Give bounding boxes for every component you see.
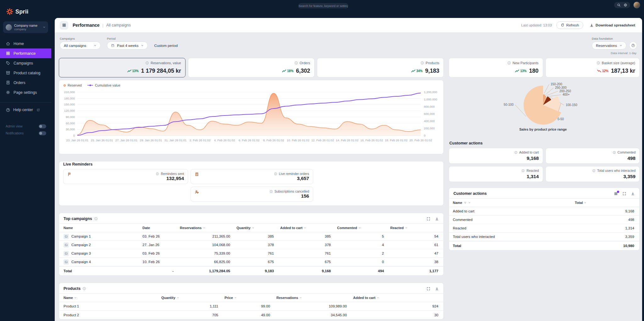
customer-actions-heading: Customer actions [449,141,640,145]
campaigns-dropdown[interactable]: All campaigns [60,42,101,49]
total-users-interacted-card[interactable]: Total users who interacted 3,359 [546,166,640,182]
company-avatar [6,24,12,31]
company-selector[interactable]: Company name company [3,21,48,33]
reservations-area-chart[interactable]: 210,000180,000150,000120,00090,00060,000… [59,88,443,153]
table-row[interactable]: Campaign 1 03. Feb 26 211,365.00 385 385… [59,232,443,241]
download-spreadsheet-button[interactable]: Download spreadsheet [588,23,637,28]
columns-icon[interactable] [614,192,618,196]
refresh-button[interactable]: Refresh [556,21,583,29]
info-icon[interactable] [145,61,149,65]
subscriptions-cancelled-card[interactable]: Subscriptions cancelled 156 [191,187,313,202]
data-foundation-info-button[interactable] [629,42,637,49]
info-icon[interactable] [156,172,159,176]
table-row[interactable]: Reacted 1,314 [449,224,639,233]
reacted-card[interactable]: Reacted 1,314 [449,166,543,182]
expand-icon[interactable] [622,192,626,196]
info-icon[interactable] [514,151,518,154]
price-range-pie-block: 150-200250-300200-250400+100-1500-5050-1… [449,80,640,136]
download-icon [590,23,594,27]
table-row[interactable]: Campaign 2 27. Jan 26 104,068.00 378 378… [59,241,443,249]
column-header-name[interactable]: Name [59,296,161,300]
column-header-name[interactable]: Name [449,201,575,205]
price-range-pie-chart[interactable]: 150-200250-300200-250400+100-1500-5050-1… [449,80,640,127]
sidebar-item-performance[interactable]: Performance [0,48,51,58]
svg-text:600,000: 600,000 [424,112,435,115]
admin-view-toggle[interactable] [39,124,46,128]
sidebar-item-help-center[interactable]: Help center [0,105,51,115]
added-to-cart-card[interactable]: Added to cart 9,168 [449,148,543,164]
commented-card[interactable]: Commented 498 [546,148,640,164]
table-row[interactable]: Product 1 1,111 99.00 109,989.00 924 [59,302,443,311]
column-header-price[interactable]: Price [225,296,276,300]
sidebar-item-orders[interactable]: Orders [0,78,51,87]
expand-icon[interactable] [426,287,430,291]
global-search[interactable] [298,3,348,8]
info-icon[interactable] [82,287,86,290]
trend-up-badge: 34% [411,69,423,73]
sidebar-item-product-catalog[interactable]: Product catalog [0,68,51,78]
info-icon[interactable] [592,169,596,172]
info-icon[interactable] [269,190,273,193]
svg-text:200,000: 200,000 [424,127,435,130]
info-icon[interactable] [613,151,616,154]
notifications-toggle[interactable] [39,131,46,135]
kpi-card-basket-size[interactable]: Basket size (average) 12% 187,13 kr [546,58,640,77]
campaign-thumbnail-icon [64,242,69,248]
sidebar-item-campaigns[interactable]: Campaigns [0,58,51,68]
live-reminder-orders-card[interactable]: Live reminder orders 3,657 [191,169,313,184]
kpi-value: 187,13 kr [611,68,635,74]
table-row[interactable]: Commented 498 [449,216,639,224]
kpi-card-orders[interactable]: Orders 18% 6,302 [188,58,315,77]
column-header-quantity[interactable]: Quantity [161,296,225,300]
download-icon[interactable] [631,192,635,196]
info-icon[interactable] [294,61,298,65]
info-icon[interactable] [507,61,511,65]
column-header-reacted[interactable]: Reacted [390,226,443,230]
column-header-quantity[interactable]: Quantity [236,226,280,230]
column-header-reservations[interactable]: Reservations [276,296,353,300]
info-icon[interactable] [94,217,98,221]
kpi-card-reservations-value[interactable]: Reservations, value 13% 1 179 284,05 kr [59,58,186,77]
user-avatar[interactable] [633,2,640,8]
period-dropdown[interactable]: Past 4 weeks [107,42,148,49]
download-icon[interactable] [435,287,439,291]
info-icon[interactable] [597,61,600,65]
custom-period-link[interactable]: Custom period [154,44,178,49]
sidebar-item-home[interactable]: Home [0,39,51,48]
info-icon[interactable] [521,169,525,172]
column-header-added-to-cart[interactable]: Added to cart [280,226,337,230]
column-header-added-to-cart[interactable]: Added to cart [353,296,443,300]
column-header-date[interactable]: Date [142,226,180,230]
search-input[interactable] [298,3,348,8]
svg-text:1,000,000: 1,000,000 [424,98,437,101]
column-header-reservations[interactable]: Reservations [180,226,236,230]
data-foundation-dropdown[interactable]: Reservations [592,42,626,49]
chevron-down-icon [468,201,471,204]
svg-text:180,000: 180,000 [64,97,75,100]
legend-reserved[interactable]: Reserved [64,83,82,87]
column-header-commented[interactable]: Commented [337,226,390,230]
table-row[interactable]: Campaign 4 10. Feb 26 66,825.00 675 675 … [59,258,443,266]
column-header-name[interactable]: Name [59,226,142,230]
legend-cumulative-value[interactable]: Cumulative value [87,83,120,87]
kpi-card-new-participants[interactable]: New Participants 13% 180 [449,58,543,77]
reminders-sent-card[interactable]: Reminders sent 132,954 [63,169,188,184]
live-reminders-title: Live Reminders [63,162,439,166]
expand-icon[interactable] [426,217,430,221]
table-row[interactable]: Total users who interacted 3,359 [449,233,639,241]
globe-icon[interactable] [624,3,627,7]
search-icon[interactable] [617,3,621,7]
download-icon[interactable] [435,217,439,221]
brand-logo[interactable]: Sprii [0,8,51,15]
kpi-card-products[interactable]: Products 34% 9,183 [317,58,444,77]
sidebar-item-page-settings[interactable]: Page settings [0,87,51,97]
column-header-total[interactable]: Total [575,201,639,205]
table-row[interactable]: Campaign 3 03. Feb 26 75,339.00 761 761 … [59,249,443,258]
table-row[interactable]: Product 2 705 49.00 34,545.00 30 [59,311,443,319]
info-icon[interactable] [274,172,277,176]
table-row[interactable]: Added to cart 9,168 [449,207,639,216]
info-icon[interactable] [420,61,424,65]
chevron-down-icon [43,26,46,29]
dashboard-grid-button[interactable] [60,21,68,30]
filter-icon[interactable] [464,201,467,204]
